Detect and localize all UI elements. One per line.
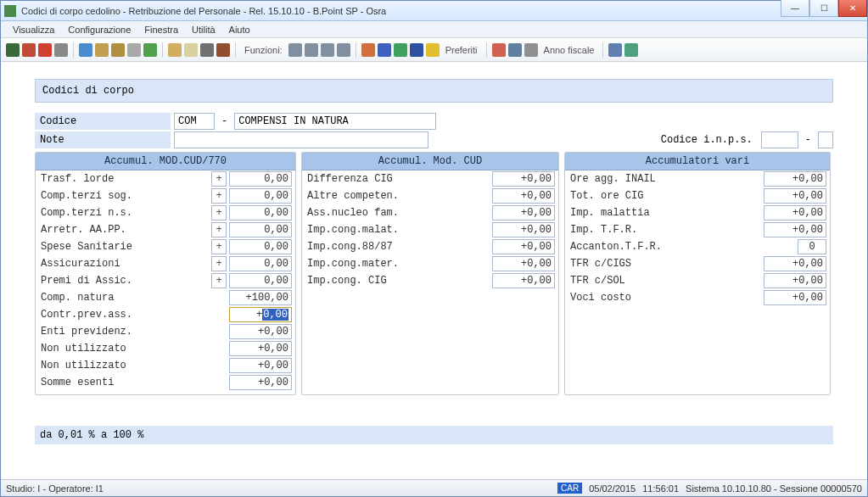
tool-icon-10[interactable] xyxy=(200,43,214,57)
tool-icon-a1[interactable] xyxy=(492,43,506,57)
toolbar: Funzioni: Preferiti Anno fiscale xyxy=(1,38,867,62)
codice-inps-input-2[interactable] xyxy=(818,131,833,148)
value-input[interactable]: 0,00 xyxy=(229,222,292,237)
col3-row: TFR c/SOL+0,00 xyxy=(565,272,830,289)
value-input[interactable]: 0,00 xyxy=(229,205,292,221)
menu-visualizza[interactable]: Visualizza xyxy=(6,23,61,36)
tool-icon-delete[interactable] xyxy=(38,43,52,57)
titlebar: Codici di corpo cedolino - Retribuzione … xyxy=(1,1,867,21)
star-icon[interactable] xyxy=(426,43,440,57)
col3-row: Imp. malattia+0,00 xyxy=(565,204,830,221)
sign-box[interactable]: + xyxy=(211,188,227,204)
value-input[interactable]: +0,00 xyxy=(764,188,826,204)
col-accumul-modcud770: Accumul. MOD.CUD/770 Trasf. lorde+0,00Co… xyxy=(35,152,296,395)
value-input[interactable]: +0,00 xyxy=(492,239,555,254)
sign-box[interactable]: + xyxy=(211,273,227,288)
value-input[interactable]: 0 xyxy=(798,239,826,254)
field-label: Imp.cong.mater. xyxy=(305,258,490,270)
value-input[interactable]: 0,00 xyxy=(229,188,292,204)
tool-icon-refresh[interactable] xyxy=(624,43,638,57)
value-input[interactable]: +0,00 xyxy=(492,273,555,288)
tool-icon-6[interactable] xyxy=(127,43,141,57)
col1-row: Enti previdenz.+0,00 xyxy=(36,323,295,340)
value-input[interactable]: 0,00 xyxy=(229,239,292,254)
field-label: Voci costo xyxy=(568,292,761,304)
value-input[interactable]: +0,00 xyxy=(492,188,555,204)
menu-utilita[interactable]: Utilità xyxy=(185,23,222,36)
tool-icon-1[interactable] xyxy=(6,43,20,57)
tool-icon-fn3[interactable] xyxy=(321,43,334,57)
tool-icon-14[interactable] xyxy=(410,43,423,57)
value-input[interactable]: +0,00 xyxy=(229,375,292,390)
value-input[interactable]: 0,00 xyxy=(229,273,292,288)
value-input[interactable]: +0,00 xyxy=(229,358,292,373)
value-input[interactable]: +0,00 xyxy=(492,205,555,221)
value-input[interactable]: +0,00 xyxy=(764,222,826,237)
field-label: Imp.cong.88/87 xyxy=(305,241,490,253)
tool-icon-11[interactable] xyxy=(216,43,230,57)
col1-row: Trasf. lorde+0,00 xyxy=(36,170,295,187)
field-label: Non utilizzato xyxy=(39,343,227,355)
sign-box[interactable]: + xyxy=(211,256,227,271)
note-input[interactable] xyxy=(174,131,428,148)
toolbar-preferiti-label[interactable]: Preferiti xyxy=(445,45,478,55)
codice-desc-input[interactable]: COMPENSI IN NATURA xyxy=(234,113,436,130)
col3-row: Accanton.T.F.R.0 xyxy=(565,238,830,255)
codice-inps-input[interactable] xyxy=(761,131,798,148)
value-input[interactable]: +0,00 xyxy=(229,341,292,356)
col3-row: Voci costo+0,00 xyxy=(565,289,830,306)
tool-icon-user[interactable] xyxy=(608,43,622,57)
tool-icon-2[interactable] xyxy=(22,43,36,57)
tool-icon-print[interactable] xyxy=(54,43,68,57)
value-input[interactable]: +0,00 xyxy=(229,324,292,339)
toolbar-anno-fiscale-label[interactable]: Anno fiscale xyxy=(544,45,595,55)
tool-icon-7[interactable] xyxy=(143,43,157,57)
menu-configurazione[interactable]: Configurazione xyxy=(61,23,137,36)
toolbar-funzioni-label: Funzioni: xyxy=(244,45,283,55)
codice-input[interactable]: COM xyxy=(174,113,215,130)
tool-icon-globe[interactable] xyxy=(508,43,522,57)
col1-row: Contr.prev.ass.+0,00 xyxy=(36,306,295,323)
close-button[interactable]: ✕ xyxy=(838,0,867,17)
field-label: Comp.terzi n.s. xyxy=(39,207,209,219)
codice-label: Codice xyxy=(35,113,171,130)
tool-icon-help[interactable] xyxy=(79,43,92,57)
tool-icon-8[interactable] xyxy=(168,43,182,57)
value-input[interactable]: +0,00 xyxy=(229,307,292,322)
tool-icon-calendar[interactable] xyxy=(524,43,538,57)
minimize-button[interactable]: — xyxy=(781,0,809,17)
value-input[interactable]: 0,00 xyxy=(229,256,292,271)
value-input[interactable]: 0,00 xyxy=(229,171,292,187)
value-input[interactable]: +0,00 xyxy=(764,290,826,305)
maximize-button[interactable]: ☐ xyxy=(809,0,838,17)
value-input[interactable]: +0,00 xyxy=(492,171,555,187)
col2-header: Accumul. Mod. CUD xyxy=(302,153,558,170)
value-input[interactable]: +0,00 xyxy=(764,205,826,221)
value-input[interactable]: +0,00 xyxy=(492,256,555,271)
field-label: Ass.nucleo fam. xyxy=(305,207,490,219)
footer-hint: da 0,01 % a 100 % xyxy=(35,426,833,444)
tool-icon-5[interactable] xyxy=(111,43,125,57)
value-input[interactable]: +100,00 xyxy=(229,290,292,305)
menu-aiuto[interactable]: Aiuto xyxy=(222,23,257,36)
tool-icon-fn2[interactable] xyxy=(305,43,318,57)
tool-icon-excel[interactable] xyxy=(394,43,407,57)
tool-icon-13[interactable] xyxy=(378,43,391,57)
value-input[interactable]: +0,00 xyxy=(764,256,826,271)
col1-row: Non utilizzato+0,00 xyxy=(36,357,295,374)
value-input[interactable]: +0,00 xyxy=(764,273,826,288)
tool-icon-fn1[interactable] xyxy=(288,43,302,57)
value-input[interactable]: +0,00 xyxy=(492,222,555,237)
col2-row: Imp.cong.mater.+0,00 xyxy=(302,255,558,272)
sign-box[interactable]: + xyxy=(211,239,227,254)
sign-box[interactable]: + xyxy=(211,222,227,237)
tool-icon-fn4[interactable] xyxy=(337,43,350,57)
tool-icon-9[interactable] xyxy=(184,43,198,57)
tool-icon-folder[interactable] xyxy=(95,43,109,57)
sign-box[interactable]: + xyxy=(211,171,227,187)
status-session: Sistema 10.10.10.80 - Sessione 00000570 xyxy=(686,483,862,494)
tool-icon-12[interactable] xyxy=(361,43,375,57)
menu-finestra[interactable]: Finestra xyxy=(137,23,185,36)
sign-box[interactable]: + xyxy=(211,205,227,221)
value-input[interactable]: +0,00 xyxy=(764,171,826,187)
